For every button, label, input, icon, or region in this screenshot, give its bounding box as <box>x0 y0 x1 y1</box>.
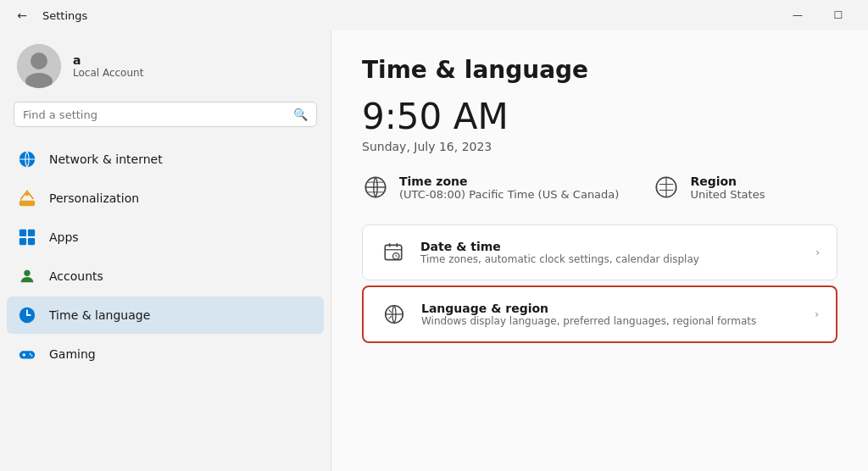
timezone-label: Time zone <box>399 175 619 188</box>
content-area: Time & language 9:50 AM Sunday, July 16,… <box>331 30 868 471</box>
date-time-title: Date & time <box>420 240 699 253</box>
gaming-icon <box>17 344 37 364</box>
current-date: Sunday, July 16, 2023 <box>362 140 837 153</box>
sidebar-item-gaming[interactable]: Gaming <box>7 335 324 373</box>
main-layout: a Local Account 🔍 Network & internet <box>0 30 868 471</box>
sidebar-label-gaming: Gaming <box>49 347 96 361</box>
language-region-desc: Windows display language, preferred lang… <box>421 315 756 327</box>
user-section[interactable]: a Local Account <box>0 30 331 102</box>
sidebar-item-apps[interactable]: Apps <box>7 219 324 256</box>
date-time-text: Date & time Time zones, automatic clock … <box>420 240 699 265</box>
maximize-button[interactable]: ☐ <box>819 2 858 29</box>
timezone-value: (UTC-08:00) Pacific Time (US & Canada) <box>399 188 619 201</box>
info-row: Time zone (UTC-08:00) Pacific Time (US &… <box>362 174 837 201</box>
apps-icon <box>17 227 37 247</box>
region-info: Region United States <box>653 174 765 201</box>
timezone-info: Time zone (UTC-08:00) Pacific Time (US &… <box>362 174 619 201</box>
timezone-icon <box>362 174 389 201</box>
nav-list: Network & internet Personalization <box>0 137 331 471</box>
date-time-chevron: › <box>815 247 820 258</box>
search-box[interactable]: 🔍 <box>14 102 317 127</box>
title-bar: ← Settings — ☐ <box>0 0 868 30</box>
sidebar: a Local Account 🔍 Network & internet <box>0 30 331 471</box>
svg-point-18 <box>30 353 31 355</box>
svg-point-19 <box>31 355 33 357</box>
svg-point-4 <box>25 193 29 197</box>
personalization-icon <box>17 188 37 208</box>
minimize-button[interactable]: — <box>778 2 817 29</box>
search-container: 🔍 <box>0 102 331 137</box>
date-time-card[interactable]: Date & time Time zones, automatic clock … <box>362 224 837 280</box>
language-region-chevron: › <box>815 308 819 320</box>
svg-rect-15 <box>19 351 35 358</box>
sidebar-label-accounts: Accounts <box>49 269 103 283</box>
search-icon: 🔍 <box>293 108 308 121</box>
date-time-icon <box>380 239 407 266</box>
svg-rect-8 <box>28 230 35 236</box>
svg-point-11 <box>24 270 30 276</box>
sidebar-item-personalization[interactable]: Personalization <box>7 180 324 217</box>
svg-rect-7 <box>19 230 26 236</box>
language-region-text: Language & region Windows display langua… <box>421 302 756 327</box>
sidebar-label-apps: Apps <box>49 230 79 244</box>
back-button[interactable]: ← <box>10 3 34 27</box>
search-input[interactable] <box>23 108 287 121</box>
time-language-icon <box>17 305 37 325</box>
svg-rect-3 <box>19 201 35 206</box>
user-type: Local Account <box>73 67 143 79</box>
svg-rect-9 <box>19 238 26 245</box>
user-name: a <box>73 53 143 67</box>
accounts-icon <box>17 266 37 286</box>
region-value: United States <box>690 188 765 201</box>
region-text: Region United States <box>690 175 765 201</box>
avatar <box>17 44 61 88</box>
sidebar-label-network: Network & internet <box>49 152 163 166</box>
user-info: a Local Account <box>73 53 143 79</box>
sidebar-label-time-language: Time & language <box>49 308 150 322</box>
sidebar-item-accounts[interactable]: Accounts <box>7 258 324 295</box>
network-icon <box>17 149 37 169</box>
language-region-icon <box>381 301 408 328</box>
region-label: Region <box>690 175 765 188</box>
svg-rect-10 <box>28 238 35 245</box>
language-region-card[interactable]: Language & region Windows display langua… <box>362 285 837 343</box>
region-icon <box>653 174 680 201</box>
sidebar-item-time-language[interactable]: Time & language <box>7 296 324 334</box>
language-region-title: Language & region <box>421 302 756 315</box>
sidebar-label-personalization: Personalization <box>49 191 139 205</box>
svg-point-1 <box>31 53 47 69</box>
page-title: Time & language <box>362 56 837 84</box>
date-time-desc: Time zones, automatic clock settings, ca… <box>420 253 699 265</box>
current-time: 9:50 AM <box>362 99 837 135</box>
timezone-text: Time zone (UTC-08:00) Pacific Time (US &… <box>399 175 619 201</box>
app-title: Settings <box>42 9 87 22</box>
sidebar-item-network[interactable]: Network & internet <box>7 141 324 178</box>
window-controls: — ☐ <box>778 2 858 29</box>
